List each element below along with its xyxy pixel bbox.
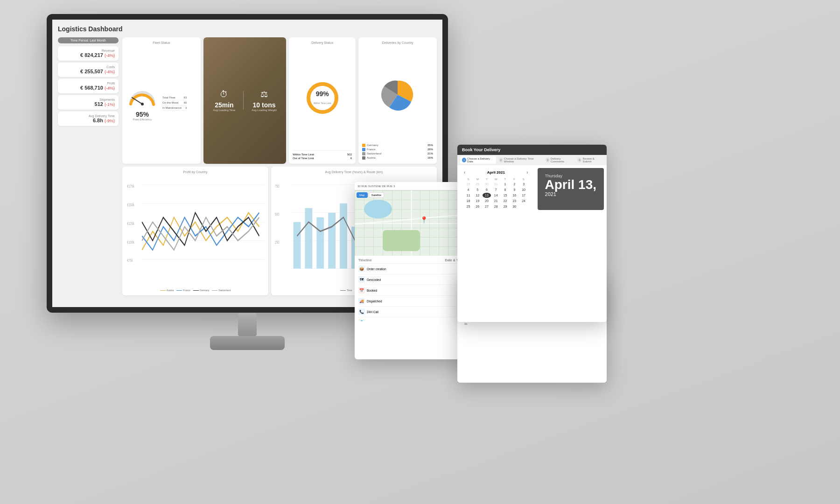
france-dot (362, 148, 365, 151)
booking-year: 2021 (545, 191, 596, 197)
cal-day-30m[interactable]: 30 (483, 182, 491, 187)
scene: Logistics Dashboard Time Period: Last Mo… (0, 0, 840, 504)
cal-day-12[interactable]: 12 (473, 193, 482, 198)
metric-card-profit: Profit € 568,710 (-4%) (58, 79, 119, 93)
svg-rect-27 (328, 213, 336, 269)
within-limit-label: Within Time Limit (293, 153, 314, 156)
cal-day-21[interactable]: 21 (491, 198, 500, 203)
booking-body: ‹ April 2021 › S M T W T F S 28 (457, 165, 607, 213)
map-tab-map[interactable]: Map (357, 192, 368, 198)
cal-day-4[interactable]: 4 (464, 187, 473, 192)
cal-prev-btn[interactable]: ‹ (464, 170, 465, 175)
geocoded-icon: 🗺 (358, 276, 365, 283)
svg-text:€175k: €175k (127, 183, 134, 189)
cal-day-14[interactable]: 14 (491, 193, 500, 198)
cal-day-11[interactable]: 11 (464, 193, 473, 198)
wday-s: S (464, 178, 473, 181)
germany-value: 35% (427, 144, 433, 147)
metric-card-shipments: Shipments 512 (-1%) (58, 95, 119, 110)
map-tab-satellite[interactable]: Satellite (369, 192, 384, 198)
booking-tab-3[interactable]: 3 Delivery Comments (544, 156, 575, 164)
cal-day-31m[interactable]: 31 (491, 182, 500, 187)
switzerland-line-bar (212, 290, 217, 291)
loading-time-stat: ⏱ 25min Avg Loading Time (213, 90, 235, 112)
avg-delivery-label: Avg Delivery Time (62, 114, 115, 118)
booking-tab-1[interactable]: 1 Choose a Delivery Date (460, 156, 496, 164)
cal-day-3[interactable]: 3 (519, 182, 528, 187)
loading-time-label: Avg Loading Time (213, 109, 235, 112)
booking-tabs[interactable]: 1 Choose a Delivery Date 2 Choose a Deli… (457, 155, 607, 165)
top-row: Fleet Status (122, 37, 437, 164)
cal-day-24[interactable]: 24 (519, 198, 528, 203)
cal-next-btn[interactable]: › (526, 170, 528, 175)
fleet-status-card: Fleet Status (122, 37, 201, 164)
revenue-value: € 824,217 (-4%) (62, 52, 115, 58)
fleet-total-row: Total Fleet 63 (162, 95, 187, 100)
address-text: 30 RUE SUSTENE DE RUE 3 (357, 185, 395, 188)
wday-f: F (510, 178, 519, 181)
map-location-pin: 📍 (420, 216, 428, 224)
legend-austria: Austria 16% (362, 156, 433, 160)
delivery-sublabel: Within Time Limit (314, 102, 331, 105)
cal-day-25[interactable]: 25 (464, 204, 473, 209)
step-2-label: Choose a Delivery Time Window (504, 157, 541, 163)
cal-day-19[interactable]: 19 (473, 198, 482, 203)
booking-title: Book Your Delivery (462, 147, 500, 152)
costs-value: € 255,507 (-4%) (62, 69, 115, 74)
booking-calendar[interactable]: ‹ April 2021 › S M T W T F S 28 (457, 165, 535, 213)
booking-tab-4[interactable]: 4 Review & Submit (575, 156, 604, 164)
switzerland-label: Switzerland (367, 152, 426, 155)
shipments-label: Shipments (62, 98, 115, 101)
austria-label: Austria (367, 156, 426, 159)
cal-day-9[interactable]: 9 (510, 187, 519, 192)
austria-dot (362, 156, 365, 160)
france-line-bar (176, 290, 182, 291)
booking-tab-2[interactable]: 2 Choose a Delivery Time Window (497, 156, 543, 164)
svg-rect-25 (305, 208, 312, 269)
cal-day-27[interactable]: 27 (483, 204, 491, 209)
fleet-move-row: On the Move 60 (162, 100, 187, 105)
monitor-base (210, 336, 285, 350)
cal-day-28m[interactable]: 28 (464, 182, 473, 187)
cal-day-13[interactable]: 13 (483, 193, 491, 198)
germany-dot (362, 144, 365, 147)
cal-day-28[interactable]: 28 (491, 204, 500, 209)
cal-day-29m[interactable]: 29 (473, 182, 482, 187)
cal-day-29[interactable]: 29 (501, 204, 510, 209)
avg-delivery-chart-title: Avg Delivery Time (hours) & Route (km) (275, 170, 433, 174)
fleet-percent: 95% (126, 111, 159, 118)
booking-popup[interactable]: Book Your Delivery 1 Choose a Delivery D… (457, 145, 607, 322)
switzerland-dot (362, 152, 365, 155)
legend-france-line: France (176, 289, 190, 292)
cal-day-7[interactable]: 7 (491, 187, 500, 192)
cal-day-15[interactable]: 15 (501, 193, 510, 198)
cal-day-5[interactable]: 5 (473, 187, 482, 192)
fleet-move-label: On the Move (162, 101, 178, 104)
loading-weight-stat: ⚖ 10 tons Avg Loading Weight (252, 89, 276, 112)
out-of-limit-label: Out of Time Limit (293, 157, 314, 160)
cal-day-6[interactable]: 6 (483, 187, 491, 192)
cal-day-10[interactable]: 10 (519, 187, 528, 192)
cal-day-18[interactable]: 18 (464, 198, 473, 203)
cal-day-20[interactable]: 20 (483, 198, 491, 203)
costs-label: Costs (62, 65, 115, 69)
svg-text:250: 250 (275, 239, 280, 245)
svg-text:€150k: €150k (127, 202, 134, 207)
cal-day-17[interactable]: 17 (519, 193, 528, 198)
cal-day-16[interactable]: 16 (510, 193, 519, 198)
cal-day-8[interactable]: 8 (501, 187, 510, 192)
avg-delivery-value: 6.8h (-9%) (62, 118, 115, 123)
cal-day-30[interactable]: 30 (510, 204, 519, 209)
svg-point-1 (141, 103, 144, 105)
timeline-col-header-1: Timeline (358, 259, 445, 262)
cal-day-2[interactable]: 2 (510, 182, 519, 187)
within-limit-row: Within Time Limit 502 (293, 153, 352, 156)
monitor-stand (210, 313, 285, 350)
cal-day-22[interactable]: 22 (501, 198, 510, 203)
cal-day-23[interactable]: 23 (510, 198, 519, 203)
delivery-percent: 99% (314, 90, 331, 98)
read-icon: 👤 (358, 319, 365, 321)
cal-day-26[interactable]: 26 (473, 204, 482, 209)
cal-day-1[interactable]: 1 (501, 182, 510, 187)
svg-rect-24 (293, 222, 301, 268)
